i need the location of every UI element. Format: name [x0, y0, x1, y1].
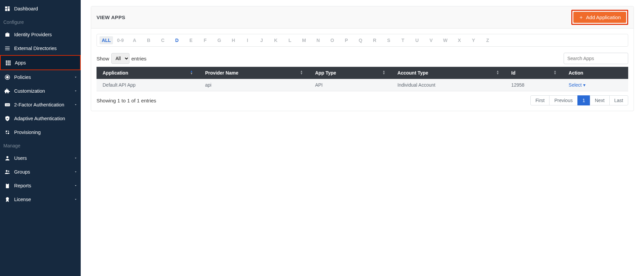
page-number-button[interactable]: 1: [577, 95, 590, 105]
table-controls: Show All entries: [97, 53, 628, 64]
alpha-filter-l[interactable]: L: [283, 36, 297, 44]
sidebar-item-label: 2-Factor Authentication: [14, 102, 74, 107]
sidebar-item-users[interactable]: Users: [0, 151, 81, 165]
alpha-filter-a[interactable]: A: [128, 36, 141, 44]
svg-rect-26: [7, 183, 8, 184]
alpha-filter-y[interactable]: Y: [467, 36, 480, 44]
alpha-filter-i[interactable]: I: [241, 36, 254, 44]
add-application-button[interactable]: Add Application: [573, 12, 626, 23]
add-application-highlight: Add Application: [571, 10, 628, 25]
entries-label: entries: [131, 56, 147, 61]
shield-check-icon: [4, 115, 11, 122]
sort-icon: ▲▼: [496, 70, 499, 75]
entries-selector: Show All entries: [97, 53, 147, 64]
page-next-button[interactable]: Next: [590, 95, 610, 105]
page-size-select[interactable]: All: [111, 53, 129, 64]
alpha-filter-k[interactable]: K: [269, 36, 282, 44]
row-action-label: Select: [569, 82, 583, 88]
alpha-filter-j[interactable]: J: [255, 36, 268, 44]
alpha-filter-h[interactable]: H: [227, 36, 240, 44]
column-account-type[interactable]: Account Type▲▼: [391, 67, 505, 79]
cell-app-type: API: [309, 79, 391, 91]
svg-point-22: [6, 156, 8, 158]
page-last-button[interactable]: Last: [609, 95, 628, 105]
sidebar-item-label: Adaptive Authentication: [14, 116, 77, 121]
add-application-label: Add Application: [586, 14, 621, 20]
alpha-filter-0-9[interactable]: 0-9: [114, 36, 127, 44]
alpha-filter-z[interactable]: Z: [481, 36, 494, 44]
sidebar-item-label: Users: [14, 155, 74, 161]
alpha-filter-q[interactable]: Q: [354, 36, 367, 44]
sidebar-item-label: Policies: [14, 75, 74, 80]
page-previous-button[interactable]: Previous: [549, 95, 577, 105]
sidebar-item-label: Reports: [14, 183, 74, 188]
view-apps-panel: VIEW APPS Add Application ALL0-9ABCDEFGH…: [91, 6, 634, 111]
cell-account-type: Individual Account: [391, 79, 505, 91]
alpha-filter-v[interactable]: V: [424, 36, 438, 44]
sidebar-item-adaptive-authentication[interactable]: Adaptive Authentication: [0, 111, 81, 125]
user-icon: [4, 155, 11, 162]
alpha-filter-g[interactable]: G: [213, 36, 226, 44]
alpha-filter-c[interactable]: C: [156, 36, 169, 44]
alpha-filter-all[interactable]: ALL: [100, 36, 113, 44]
sidebar-section-title: Manage: [0, 139, 81, 151]
dashboard-icon: [4, 5, 11, 12]
svg-rect-10: [6, 62, 7, 63]
sidebar-item-provisioning[interactable]: Provisioning: [0, 125, 81, 139]
alpha-filter-f[interactable]: F: [198, 36, 212, 44]
sidebar-item-2-factor-authentication[interactable]: 1232-Factor Authentication: [0, 98, 81, 111]
cell-id: 12958: [505, 79, 562, 91]
alpha-filter-t[interactable]: T: [396, 36, 410, 44]
sidebar-item-apps[interactable]: Apps: [0, 55, 81, 70]
svg-rect-8: [8, 60, 9, 62]
svg-rect-0: [5, 6, 7, 8]
alpha-filter-b[interactable]: B: [142, 36, 155, 44]
target-icon: [4, 74, 11, 81]
sidebar-item-label: Dashboard: [14, 6, 77, 11]
alpha-filter: ALL0-9ABCDEFGHIJKLMNOPQRSTUVWXYZ: [97, 34, 628, 47]
column-action[interactable]: Action: [563, 67, 628, 79]
alpha-filter-m[interactable]: M: [297, 36, 311, 44]
alpha-filter-r[interactable]: R: [368, 36, 381, 44]
svg-rect-5: [5, 48, 10, 49]
column-label: App Type: [315, 70, 336, 76]
panel-body: ALL0-9ABCDEFGHIJKLMNOPQRSTUVWXYZ Show Al…: [91, 29, 634, 111]
svg-rect-4: [5, 46, 10, 47]
sync-users-icon: [4, 129, 11, 136]
column-provider-name[interactable]: Provider Name▲▼: [199, 67, 309, 79]
table-row: Default API AppapiAPIIndividual Account1…: [97, 79, 628, 91]
alpha-filter-x[interactable]: X: [453, 36, 466, 44]
sidebar-item-license[interactable]: License: [0, 192, 81, 206]
alpha-filter-e[interactable]: E: [184, 36, 198, 44]
alpha-filter-p[interactable]: P: [340, 36, 353, 44]
column-application[interactable]: Application▲▼: [97, 67, 199, 79]
sidebar-item-label: Provisioning: [14, 130, 77, 135]
alpha-filter-s[interactable]: S: [382, 36, 395, 44]
sidebar-item-external-directories[interactable]: External Directories: [0, 41, 81, 55]
alpha-filter-w[interactable]: W: [439, 36, 452, 44]
sidebar-section-title: Configure: [0, 15, 81, 28]
alpha-filter-d[interactable]: D: [170, 36, 184, 44]
briefcase-icon: [4, 31, 11, 38]
search-input[interactable]: [564, 53, 628, 64]
sort-icon: ▲▼: [190, 70, 193, 75]
alpha-filter-u[interactable]: U: [410, 36, 424, 44]
sidebar-item-reports[interactable]: Reports: [0, 179, 81, 192]
column-app-type[interactable]: App Type▲▼: [309, 67, 391, 79]
panel-title: VIEW APPS: [97, 14, 125, 20]
row-action-select[interactable]: Select ▾: [569, 82, 585, 88]
column-id[interactable]: Id▲▼: [505, 67, 562, 79]
sidebar-item-label: License: [14, 197, 74, 202]
sidebar-item-dashboard[interactable]: Dashboard: [0, 2, 81, 15]
sidebar-item-policies[interactable]: Policies: [0, 70, 81, 84]
page-first-button[interactable]: First: [530, 95, 550, 105]
caret-down-icon: ▾: [583, 82, 585, 88]
sidebar-item-identity-providers[interactable]: Identity Providers: [0, 28, 81, 41]
alpha-filter-n[interactable]: N: [311, 36, 325, 44]
plus-icon: [579, 15, 583, 20]
sidebar-item-customization[interactable]: Customization: [0, 84, 81, 98]
sidebar-item-groups[interactable]: Groups: [0, 165, 81, 179]
svg-rect-11: [8, 62, 9, 63]
alpha-filter-o[interactable]: O: [326, 36, 339, 44]
users-icon: [4, 169, 11, 175]
